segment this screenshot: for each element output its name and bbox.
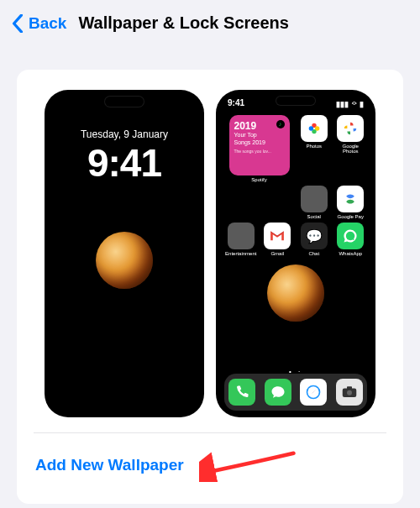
app-label: Photos: [306, 144, 322, 149]
divider: [34, 432, 386, 433]
app-grid: ♪ 2019 Your Top Songs 2019 The songs you…: [224, 115, 367, 256]
messages-icon: [265, 379, 291, 406]
app-whatsapp: WhatsApp: [334, 223, 368, 256]
add-new-wallpaper-row[interactable]: Add New Wallpaper: [32, 445, 388, 484]
page-title: Wallpaper & Lock Screens: [78, 13, 288, 33]
lock-time: 9:41: [45, 140, 204, 186]
moon-icon: [96, 232, 153, 289]
photos-icon: [301, 115, 328, 142]
whatsapp-icon: [337, 223, 364, 249]
app-label: Social: [307, 214, 321, 219]
app-social-folder: Social: [297, 186, 331, 219]
annotation-arrow-icon: [199, 448, 300, 485]
battery-icon: ▮: [360, 100, 364, 108]
spotify-icon: ♪: [276, 120, 285, 128]
spotify-widget: ♪ 2019 Your Top Songs 2019 The songs you…: [224, 115, 294, 182]
status-indicators: ▮▮▮ ⌔ ▮: [336, 98, 364, 110]
widget-line2: Songs 2019: [234, 139, 285, 146]
back-chevron-icon[interactable]: [12, 14, 24, 33]
app-label: Chat: [308, 251, 319, 256]
app-entertainment-folder: Entertainment: [224, 223, 258, 256]
wifi-icon: ⌔: [352, 100, 356, 108]
widget-line1: Your Top: [234, 132, 285, 139]
svg-point-7: [347, 390, 352, 395]
gmail-icon: [264, 223, 291, 249]
svg-point-3: [308, 126, 312, 130]
status-bar: 9:41 ▮▮▮ ⌔ ▮: [216, 98, 375, 110]
camera-icon: [336, 379, 363, 406]
svg-rect-8: [347, 386, 352, 389]
app-google-photos: Google Photos: [334, 115, 368, 182]
google-pay-icon: [337, 186, 364, 212]
nav-bar: Back Wallpaper & Lock Screens: [0, 0, 420, 45]
widget-caption: Spotify: [251, 177, 266, 182]
app-photos: Photos: [297, 115, 331, 182]
google-photos-icon: [337, 115, 364, 142]
lock-date: Tuesday, 9 January: [45, 128, 204, 140]
app-gmail: Gmail: [261, 223, 295, 256]
wallpaper-card: Tuesday, 9 January 9:41 9:41 ▮▮▮ ⌔ ▮ ♪: [17, 70, 403, 504]
app-label: Gmail: [270, 251, 284, 256]
safari-icon: [300, 379, 327, 406]
signal-icon: ▮▮▮: [336, 100, 349, 108]
folder-icon: [228, 223, 255, 249]
chat-icon: 💬: [301, 223, 328, 249]
phone-icon: [228, 379, 255, 406]
add-new-wallpaper-label[interactable]: Add New Wallpaper: [35, 456, 184, 474]
widget-sub: The songs you lov...: [234, 149, 285, 154]
app-label: Google Photos: [334, 144, 368, 154]
app-google-pay: Google Pay: [334, 186, 368, 219]
notch-icon: [105, 97, 144, 107]
app-label: Google Pay: [338, 214, 364, 219]
svg-point-5: [308, 386, 319, 397]
preview-row: Tuesday, 9 January 9:41 9:41 ▮▮▮ ⌔ ▮ ♪: [32, 90, 388, 417]
lock-screen-preview[interactable]: Tuesday, 9 January 9:41: [45, 90, 204, 417]
back-button[interactable]: Back: [29, 14, 66, 33]
app-chat: 💬 Chat: [297, 223, 331, 256]
moon-icon: [267, 264, 324, 322]
app-label: WhatsApp: [339, 251, 362, 256]
folder-icon: [301, 186, 328, 212]
dock: [224, 374, 367, 411]
home-screen-preview[interactable]: 9:41 ▮▮▮ ⌔ ▮ ♪ 2019 Your Top Songs 2019 …: [216, 90, 375, 417]
app-label: Entertainment: [225, 251, 256, 256]
status-time: 9:41: [228, 98, 244, 110]
